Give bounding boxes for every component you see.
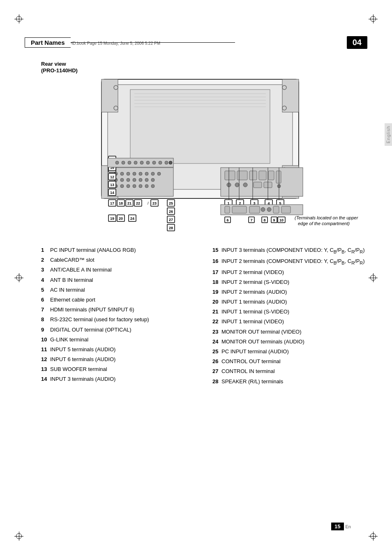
svg-point-35 xyxy=(139,178,142,182)
svg-point-138 xyxy=(169,161,172,164)
item-text: INPUT 3 terminals (COMPONENT VIDEO: Y, C… xyxy=(221,246,367,255)
item-text: INPUT 6 terminals (AUDIO) xyxy=(50,356,196,363)
list-item: 28SPEAKER (R/L) terminals xyxy=(212,378,367,385)
item-text: INPUT 2 terminals (AUDIO) xyxy=(221,288,367,296)
footer-page-number: 15 xyxy=(331,523,344,530)
svg-point-38 xyxy=(145,184,148,188)
svg-point-132 xyxy=(134,161,137,164)
svg-text:9: 9 xyxy=(273,218,275,222)
svg-point-26 xyxy=(120,184,124,188)
svg-point-135 xyxy=(152,161,156,164)
reg-mark-bl xyxy=(14,532,23,541)
list-item: 2CableCARD™ slot xyxy=(41,256,196,264)
svg-rect-46 xyxy=(249,171,257,180)
list-item: 14INPUT 3 terminals (AUDIO) xyxy=(41,375,196,383)
svg-text:7: 7 xyxy=(250,218,252,222)
list-item: 8RS-232C terminal (used for factory setu… xyxy=(41,316,196,323)
svg-text:27: 27 xyxy=(169,218,173,222)
list-item: 5AC IN terminal xyxy=(41,286,196,294)
item-text: G-LINK terminal xyxy=(50,336,196,343)
svg-point-51 xyxy=(243,183,247,187)
svg-point-27 xyxy=(127,172,130,175)
svg-rect-3 xyxy=(282,79,299,112)
item-number: 4 xyxy=(41,276,50,284)
item-number: 18 xyxy=(212,279,221,286)
svg-text:14: 14 xyxy=(110,191,114,195)
svg-point-39 xyxy=(151,172,154,175)
svg-rect-48 xyxy=(268,171,274,180)
item-number: 24 xyxy=(212,338,221,345)
list-item: 25PC INPUT terminal (AUDIO) xyxy=(212,348,367,355)
diagram-area: 17 18 21 22 / 23 1 2 3 4 5 11 12 13 14 6… xyxy=(41,77,367,233)
svg-rect-117 xyxy=(225,206,230,213)
item-text: CONTROL OUT terminal xyxy=(221,358,367,365)
svg-rect-47 xyxy=(259,171,266,180)
svg-rect-52 xyxy=(254,182,262,188)
item-number: 20 xyxy=(212,298,221,306)
svg-point-24 xyxy=(120,178,124,182)
item-text: INPUT 1 terminal (VIDEO) xyxy=(221,318,367,325)
footer-language: En xyxy=(346,524,351,529)
language-label: English xyxy=(385,123,392,146)
svg-text:/: / xyxy=(148,201,149,205)
svg-text:10: 10 xyxy=(279,218,284,222)
item-number: 22 xyxy=(212,318,221,325)
list-item: 13SUB WOOFER terminal xyxy=(41,366,196,373)
svg-rect-54 xyxy=(276,171,281,183)
item-text: SUB WOOFER terminal xyxy=(50,366,196,373)
svg-text:24: 24 xyxy=(130,216,134,221)
svg-point-28 xyxy=(133,172,136,175)
item-text: INPUT 1 terminal (S-VIDEO) xyxy=(221,308,367,315)
list-item: 1PC INPUT terminal (ANALOG RGB) xyxy=(41,246,196,254)
svg-text:26: 26 xyxy=(169,210,173,214)
svg-text:18: 18 xyxy=(119,201,123,205)
svg-rect-118 xyxy=(232,206,247,213)
item-text: CONTROL IN terminal xyxy=(221,368,367,375)
item-text: INPUT 2 terminal (VIDEO) xyxy=(221,269,367,276)
item-number: 25 xyxy=(212,348,221,355)
item-number: 10 xyxy=(41,336,50,343)
svg-point-42 xyxy=(151,184,154,188)
list-item: 24MONITOR OUT terminals (AUDIO) xyxy=(212,338,367,345)
svg-point-32 xyxy=(133,184,136,188)
item-text: PC INPUT terminal (ANALOG RGB) xyxy=(50,246,196,254)
svg-point-37 xyxy=(139,184,142,188)
list-item: 27CONTROL IN terminal xyxy=(212,368,367,375)
section-sublabel: (PRO-1140HD) xyxy=(41,67,78,74)
item-number: 28 xyxy=(212,378,221,385)
item-number: 12 xyxy=(41,356,50,363)
list-item: 3ANT/CABLE A IN terminal xyxy=(41,266,196,274)
item-text: PC INPUT terminal (AUDIO) xyxy=(221,348,367,355)
list-item: 19INPUT 2 terminals (AUDIO) xyxy=(212,288,367,296)
list-item: 4ANT B IN terminal xyxy=(41,276,196,284)
svg-point-29 xyxy=(127,178,130,182)
item-number: 19 xyxy=(212,288,221,296)
svg-rect-2 xyxy=(101,79,118,112)
list-item: 6Ethernet cable port xyxy=(41,296,196,304)
svg-text:edge of the compartment): edge of the compartment) xyxy=(298,221,350,226)
item-text: INPUT 1 terminals (AUDIO) xyxy=(221,298,367,306)
list-item: 21INPUT 1 terminal (S-VIDEO) xyxy=(212,308,367,315)
list-item: 16INPUT 2 terminals (COMPONENT VIDEO: Y,… xyxy=(212,258,367,266)
item-number: 13 xyxy=(41,366,50,373)
svg-point-137 xyxy=(165,161,168,164)
list-item: 7HDMI terminals (INPUT 5/INPUT 6) xyxy=(41,306,196,313)
svg-text:13: 13 xyxy=(110,183,114,187)
svg-point-34 xyxy=(145,172,148,175)
item-number: 6 xyxy=(41,296,50,304)
item-number: 1 xyxy=(41,246,50,254)
svg-point-130 xyxy=(122,161,125,164)
list-item: 9DIGITAL OUT terminal (OPTICAL) xyxy=(41,326,196,334)
svg-text:20: 20 xyxy=(119,216,123,221)
reg-mark-mr xyxy=(369,273,378,282)
title-line xyxy=(71,42,235,43)
reg-mark-tl xyxy=(14,14,23,23)
reg-mark-ml xyxy=(14,273,23,282)
item-number: 2 xyxy=(41,256,50,264)
page-title: Part Names xyxy=(25,37,71,48)
svg-point-22 xyxy=(120,172,124,175)
item-text: AC IN terminal xyxy=(50,286,196,294)
list-item: 22INPUT 1 terminal (VIDEO) xyxy=(212,318,367,325)
item-text: CableCARD™ slot xyxy=(50,256,196,264)
svg-text:(Terminals located on the uppe: (Terminals located on the upper xyxy=(295,215,359,220)
